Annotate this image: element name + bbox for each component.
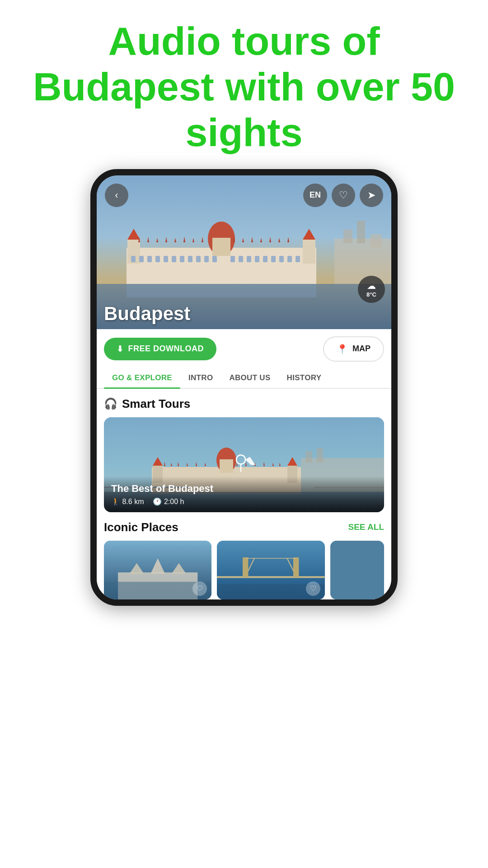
tab-about-us[interactable]: ABOUT US — [221, 367, 278, 388]
svg-rect-43 — [287, 256, 292, 262]
svg-rect-74 — [305, 451, 312, 462]
share-button[interactable]: ➤ — [360, 184, 383, 207]
places-row: ♡ — [104, 541, 384, 599]
svg-rect-38 — [247, 256, 251, 262]
svg-rect-47 — [343, 230, 352, 243]
map-button[interactable]: 📍 MAP — [323, 336, 384, 362]
svg-rect-25 — [131, 256, 136, 262]
svg-rect-45 — [127, 284, 316, 297]
svg-rect-44 — [296, 256, 300, 262]
svg-rect-49 — [371, 234, 382, 248]
tab-intro[interactable]: INTRO — [180, 367, 221, 388]
svg-rect-32 — [188, 256, 192, 262]
tour-duration: 🕐 2:00 h — [153, 497, 184, 506]
tour-distance: 🚶 8.6 km — [111, 497, 144, 506]
place-card-1[interactable]: ♡ — [104, 541, 211, 599]
svg-rect-41 — [271, 256, 276, 262]
tab-bar: GO & EXPLORE INTRO ABOUT US HISTORY — [97, 367, 391, 389]
download-icon: ⬇ — [117, 344, 124, 354]
hero-image: ‹ EN ♡ ➤ ☁ 8°C — [97, 175, 391, 329]
svg-rect-30 — [172, 256, 176, 262]
language-button[interactable]: EN — [303, 184, 327, 207]
smart-tours-icon: 🎧 — [104, 397, 117, 410]
download-button[interactable]: ⬇ FREE DOWNLOAD — [104, 338, 216, 360]
svg-rect-46 — [334, 239, 391, 284]
tab-go-explore[interactable]: GO & EXPLORE — [104, 367, 180, 388]
tour-center-icon — [233, 451, 255, 478]
svg-rect-28 — [155, 256, 160, 262]
weather-temp: 8°C — [366, 291, 376, 298]
svg-rect-48 — [357, 221, 365, 243]
svg-rect-27 — [147, 256, 152, 262]
hero-top-bar: ‹ EN ♡ ➤ — [97, 184, 391, 207]
svg-rect-34 — [204, 256, 209, 262]
tour-card[interactable]: The Best of Budapest 🚶 8.6 km 🕐 2:00 h — [104, 417, 384, 512]
share-icon: ➤ — [367, 189, 375, 201]
svg-rect-31 — [180, 256, 184, 262]
svg-rect-26 — [139, 256, 144, 262]
phone-mockup: ‹ EN ♡ ➤ ☁ 8°C — [0, 169, 488, 606]
weather-icon: ☁ — [367, 280, 376, 291]
svg-rect-94 — [330, 541, 384, 599]
favorite-button[interactable]: ♡ — [332, 184, 355, 207]
map-pin-icon: 📍 — [337, 344, 348, 354]
place-card-3-partial[interactable] — [330, 541, 384, 599]
city-name: Budapest — [104, 303, 190, 325]
place-card-2[interactable]: ♡ — [217, 541, 324, 599]
page-hero-title: Audio tours of Budapest with over 50 sig… — [0, 0, 488, 169]
svg-rect-53 — [220, 459, 233, 473]
svg-rect-91 — [293, 557, 299, 577]
tour-card-meta: 🚶 8.6 km 🕐 2:00 h — [111, 497, 377, 506]
weather-badge: ☁ 8°C — [358, 276, 385, 303]
svg-rect-29 — [164, 256, 168, 262]
content-area: 🎧 Smart Tours — [97, 389, 391, 599]
smart-tours-title: Smart Tours — [122, 397, 190, 411]
svg-rect-4 — [212, 238, 230, 256]
action-buttons-row: ⬇ FREE DOWNLOAD 📍 MAP — [97, 329, 391, 367]
svg-marker-79 — [245, 457, 255, 465]
svg-rect-36 — [230, 256, 235, 262]
see-all-button[interactable]: SEE ALL — [348, 522, 384, 532]
tour-card-title: The Best of Budapest — [111, 483, 377, 495]
top-right-buttons: EN ♡ ➤ — [303, 184, 383, 207]
svg-rect-35 — [212, 256, 217, 262]
smart-tours-header: 🎧 Smart Tours — [104, 397, 384, 411]
svg-rect-90 — [243, 557, 248, 577]
svg-rect-7 — [303, 239, 315, 264]
map-label: MAP — [352, 344, 371, 354]
svg-rect-39 — [255, 256, 259, 262]
language-label: EN — [310, 190, 321, 200]
svg-rect-42 — [279, 256, 284, 262]
place-2-heart[interactable]: ♡ — [306, 581, 320, 596]
svg-point-77 — [236, 455, 245, 464]
back-icon: ‹ — [115, 189, 118, 201]
phone-frame: ‹ EN ♡ ➤ ☁ 8°C — [90, 169, 398, 606]
svg-rect-75 — [317, 448, 323, 462]
svg-rect-37 — [239, 256, 243, 262]
download-label: FREE DOWNLOAD — [128, 344, 204, 354]
iconic-places-title: Iconic Places — [104, 520, 178, 534]
tab-history[interactable]: HISTORY — [279, 367, 330, 388]
svg-rect-40 — [263, 256, 267, 262]
tour-card-overlay: The Best of Budapest 🚶 8.6 km 🕐 2:00 h — [104, 476, 384, 512]
iconic-places-header: Iconic Places SEE ALL — [104, 520, 384, 534]
back-button[interactable]: ‹ — [105, 184, 128, 207]
heart-icon: ♡ — [339, 189, 348, 201]
place-1-heart[interactable]: ♡ — [192, 581, 207, 596]
svg-rect-33 — [196, 256, 201, 262]
